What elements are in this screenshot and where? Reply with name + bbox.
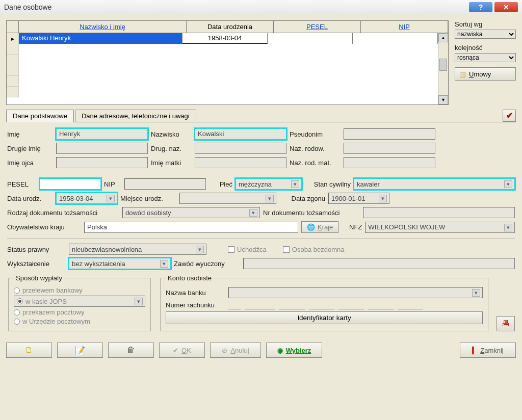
radio-przekaz[interactable]: przekazem pocztowy <box>14 308 145 316</box>
order-label: kolejność <box>455 44 516 51</box>
imie-ojca-field[interactable] <box>56 157 148 168</box>
label-imie: Imię <box>7 130 53 138</box>
window-title: Dane osobowe <box>4 3 467 11</box>
iban-seg[interactable] <box>309 300 334 309</box>
grid-header: Nazwisko i imię Data urodzenia PESEL NIP <box>7 21 448 33</box>
bank-select[interactable] <box>228 287 483 298</box>
scroll-thumb[interactable] <box>439 59 447 71</box>
label-obyw: Obywatelstwo kraju <box>7 223 81 231</box>
print-button[interactable]: 🖶 <box>497 316 515 331</box>
sposob-wyplaty-group: Sposób wypłaty przelewem bankowy w kasie… <box>8 274 151 331</box>
wybierz-button[interactable]: ◉ Wybierz <box>266 343 322 358</box>
wyksztalcenie-select[interactable]: bez wykształcenia <box>69 258 171 269</box>
printer-icon: 🖶 <box>502 319 510 328</box>
ok-button[interactable]: ✔ OK <box>159 343 205 358</box>
label-plec: Płeć <box>209 180 232 188</box>
row-indicator-icon: ▸ <box>7 33 19 44</box>
rodzaj-dok-select[interactable]: dowód osobisty <box>122 207 260 218</box>
iban-seg[interactable] <box>398 300 423 309</box>
zamknij-button[interactable]: ▍ Zamknij <box>460 343 516 358</box>
label-miejsce-ur: Miejsce urodz. <box>120 195 176 202</box>
cell-pesel <box>268 33 353 44</box>
cancel-icon: ⊘ <box>222 347 227 354</box>
grid-scrollbar[interactable]: ▲ ▼ <box>438 33 448 104</box>
nip-field[interactable] <box>124 178 206 190</box>
col-nip[interactable]: NIP <box>361 21 448 33</box>
iban-seg[interactable] <box>368 300 394 309</box>
label-data-zgonu: Data zgonu <box>279 195 325 202</box>
label-bank: Nazwa banku <box>166 289 224 297</box>
bezdomna-checkbox[interactable]: Osoba bezdomna <box>283 246 345 253</box>
ok-check-icon: ✔ <box>173 347 178 354</box>
iban-seg[interactable] <box>338 300 364 309</box>
label-pseudonim: Pseudonim <box>290 130 341 138</box>
pseudonim-field[interactable] <box>344 128 435 140</box>
table-row[interactable]: ▸ Kowalski Henryk 1958-03-04 <box>7 33 438 44</box>
new-button[interactable]: 🗋 <box>6 343 52 358</box>
naz-rod-mat-field[interactable] <box>344 157 435 168</box>
nazwisko-field[interactable]: Kowalski <box>195 128 286 140</box>
iban-seg[interactable] <box>245 300 275 309</box>
uchodzca-checkbox[interactable]: Uchodźca <box>228 246 267 253</box>
drug-naz-field[interactable] <box>195 143 286 154</box>
naz-rodow-field[interactable] <box>344 143 435 154</box>
data-urodz-field[interactable]: 1958-03-04 <box>56 193 117 204</box>
scroll-down-icon[interactable]: ▼ <box>438 95 448 104</box>
label-nip: NIP <box>104 180 121 188</box>
zawod-field[interactable] <box>243 258 515 269</box>
contract-icon: ▥ <box>459 70 466 78</box>
validate-button[interactable]: ✔ <box>503 110 516 122</box>
anuluj-button[interactable]: ⊘ Anuluj <box>210 343 261 358</box>
imie-matki-field[interactable] <box>195 157 286 168</box>
iban-seg[interactable] <box>228 300 241 309</box>
label-rachunek: Numer rachunku <box>166 301 224 309</box>
order-select[interactable]: rosnąca <box>455 53 516 62</box>
sort-by-select[interactable]: nazwiska <box>455 30 516 39</box>
sort-by-label: Sortuj wg <box>455 20 516 28</box>
konto-legend: Konto osobiste <box>166 274 214 282</box>
label-nazwisko: Nazwisko <box>151 130 192 138</box>
col-birthdate[interactable]: Data urodzenia <box>187 21 274 33</box>
col-name[interactable]: Nazwisko i imię <box>19 21 187 33</box>
label-wykszt: Wykształcenie <box>7 260 66 268</box>
globe-icon: 🌐 <box>307 223 315 231</box>
radio-kasa[interactable]: w kasie JOPS <box>14 296 145 307</box>
cell-date: 1958-03-04 <box>182 33 268 44</box>
umowy-button[interactable]: ▥ Umowy <box>455 67 516 81</box>
nfz-select[interactable]: WIELKOPOLSKI WOJEW <box>365 222 515 233</box>
kraje-button[interactable]: 🌐 Kraje <box>301 221 338 233</box>
konto-osobiste-group: Konto osobiste Nazwa banku Numer rachunk… <box>160 274 488 331</box>
delete-button[interactable]: 🗑 <box>108 343 154 358</box>
label-drug-naz: Drug. naz. <box>151 145 192 152</box>
tab-basic-data[interactable]: Dane podstawowe <box>6 110 74 122</box>
person-grid[interactable]: Nazwisko i imię Data urodzenia PESEL NIP… <box>6 20 449 105</box>
scroll-up-icon[interactable]: ▲ <box>438 33 448 42</box>
id-karty-button[interactable]: Identyfikator karty <box>166 311 483 324</box>
drugie-imie-field[interactable] <box>56 143 148 154</box>
bottom-toolbar: 🗋 📝 🗑 ✔ OK ⊘ Anuluj ◉ Wybierz ▍ Zamknij <box>6 343 516 358</box>
nr-dok-field[interactable] <box>363 207 515 218</box>
pesel-field[interactable] <box>40 178 101 190</box>
cell-name: Kowalski Henryk <box>19 33 182 44</box>
imie-field[interactable]: Henryk <box>56 128 148 140</box>
radio-urzad[interactable]: w Urzędzie pocztowym <box>14 318 145 325</box>
data-zgonu-field[interactable]: 1900-01-01 <box>328 193 389 204</box>
tab-address-data[interactable]: Dane adresowe, telefoniczne i uwagi <box>75 110 196 122</box>
radio-przelew[interactable]: przelewem bankowy <box>14 286 145 294</box>
iban-seg[interactable] <box>279 300 305 309</box>
target-icon: ◉ <box>277 347 283 354</box>
miejsce-urodz-select[interactable] <box>179 193 276 204</box>
label-nfz: NFZ <box>342 223 362 231</box>
cell-nip <box>353 33 438 44</box>
label-naz-rodow: Naz. rodow. <box>290 145 341 152</box>
edit-button[interactable]: 📝 <box>57 343 103 358</box>
help-button[interactable]: ? <box>469 2 492 12</box>
close-button[interactable]: ✕ <box>494 2 518 12</box>
umowy-label: Umowy <box>469 70 491 78</box>
obywatelstwo-field[interactable]: Polska <box>84 222 298 233</box>
stan-cywilny-select[interactable]: kawaler <box>354 178 515 190</box>
col-pesel[interactable]: PESEL <box>274 21 361 33</box>
edit-document-icon: 📝 <box>75 346 85 355</box>
status-prawny-select[interactable]: nieubezwłasnowolniona <box>69 244 206 255</box>
plec-select[interactable]: mężczyzna <box>236 178 302 190</box>
